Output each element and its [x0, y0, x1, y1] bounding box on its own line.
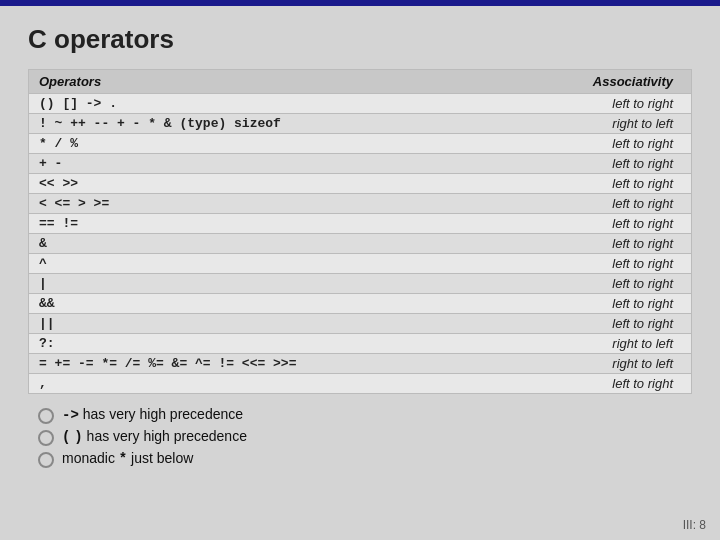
table-row: &&left to right — [29, 294, 691, 314]
bullet-text: ( ) has very high precedence — [62, 428, 247, 445]
ops-cell: == != — [29, 214, 544, 234]
bullet-item: ( ) has very high precedence — [38, 428, 692, 446]
bullet-text: -> has very high precedence — [62, 406, 243, 423]
assoc-cell: left to right — [544, 194, 691, 214]
ops-cell: && — [29, 294, 544, 314]
bullet-circle-icon — [38, 452, 54, 468]
table-row: ! ~ ++ -- + - * & (type) sizeofright to … — [29, 114, 691, 134]
ops-cell: = += -= *= /= %= &= ^= != <<= >>= — [29, 354, 544, 374]
assoc-cell: left to right — [544, 214, 691, 234]
ops-cell: () [] -> . — [29, 94, 544, 114]
table-body: () [] -> .left to right! ~ ++ -- + - * &… — [29, 94, 691, 394]
ops-cell: | — [29, 274, 544, 294]
operators-col-header: Operators — [29, 70, 544, 94]
assoc-cell: left to right — [544, 134, 691, 154]
bullet-item: -> has very high precedence — [38, 406, 692, 424]
assoc-cell: right to left — [544, 354, 691, 374]
associativity-col-header: Associativity — [544, 70, 691, 94]
table-row: + -left to right — [29, 154, 691, 174]
ops-cell: * / % — [29, 134, 544, 154]
ops-cell: || — [29, 314, 544, 334]
assoc-cell: right to left — [544, 334, 691, 354]
table-row: == !=left to right — [29, 214, 691, 234]
assoc-cell: left to right — [544, 314, 691, 334]
slide-number: III: 8 — [683, 518, 706, 532]
table-row: |left to right — [29, 274, 691, 294]
ops-cell: < <= > >= — [29, 194, 544, 214]
table-row: * / %left to right — [29, 134, 691, 154]
table-row: ?:right to left — [29, 334, 691, 354]
table-row: &left to right — [29, 234, 691, 254]
assoc-cell: left to right — [544, 274, 691, 294]
ops-cell: ! ~ ++ -- + - * & (type) sizeof — [29, 114, 544, 134]
table-row: ^left to right — [29, 254, 691, 274]
ops-cell: ^ — [29, 254, 544, 274]
table-row: << >>left to right — [29, 174, 691, 194]
table-row: < <= > >=left to right — [29, 194, 691, 214]
table-row: ||left to right — [29, 314, 691, 334]
assoc-cell: left to right — [544, 374, 691, 394]
assoc-cell: left to right — [544, 154, 691, 174]
table-row: = += -= *= /= %= &= ^= != <<= >>=right t… — [29, 354, 691, 374]
assoc-cell: left to right — [544, 294, 691, 314]
ops-cell: , — [29, 374, 544, 394]
main-content: C operators Operators Associativity () [… — [0, 6, 720, 484]
assoc-cell: left to right — [544, 174, 691, 194]
operators-table-container: Operators Associativity () [] -> .left t… — [28, 69, 692, 394]
ops-cell: << >> — [29, 174, 544, 194]
bullet-text: monadic * just below — [62, 450, 193, 467]
assoc-cell: left to right — [544, 254, 691, 274]
table-header-row: Operators Associativity — [29, 70, 691, 94]
bullet-circle-icon — [38, 408, 54, 424]
assoc-cell: left to right — [544, 94, 691, 114]
table-row: ,left to right — [29, 374, 691, 394]
bullet-circle-icon — [38, 430, 54, 446]
assoc-cell: right to left — [544, 114, 691, 134]
table-row: () [] -> .left to right — [29, 94, 691, 114]
operators-table: Operators Associativity () [] -> .left t… — [29, 70, 691, 393]
ops-cell: + - — [29, 154, 544, 174]
ops-cell: ?: — [29, 334, 544, 354]
assoc-cell: left to right — [544, 234, 691, 254]
bullet-item: monadic * just below — [38, 450, 692, 468]
ops-cell: & — [29, 234, 544, 254]
bullets-list: -> has very high precedence( ) has very … — [28, 406, 692, 468]
page-title: C operators — [28, 24, 692, 55]
